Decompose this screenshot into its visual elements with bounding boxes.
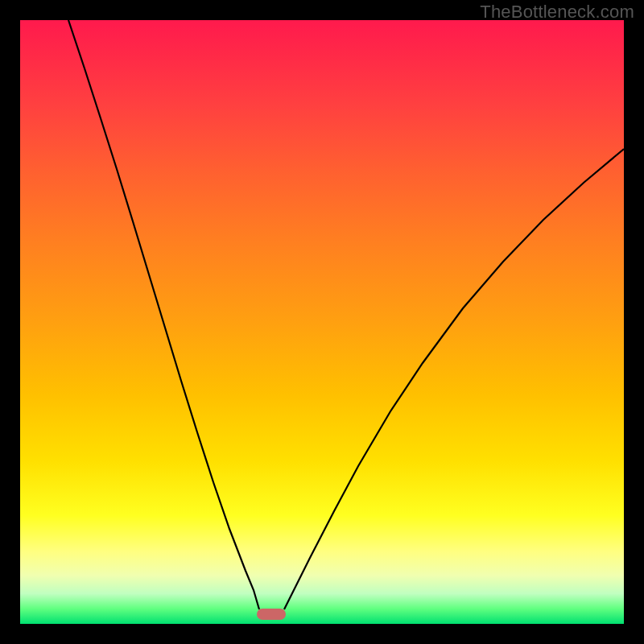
left-curve bbox=[68, 20, 259, 609]
curves-svg bbox=[20, 20, 624, 624]
watermark-text: TheBottleneck.com bbox=[480, 2, 634, 23]
bottleneck-marker bbox=[257, 609, 286, 620]
chart-frame: TheBottleneck.com bbox=[0, 0, 644, 644]
plot-area bbox=[20, 20, 624, 624]
right-curve bbox=[284, 149, 624, 609]
